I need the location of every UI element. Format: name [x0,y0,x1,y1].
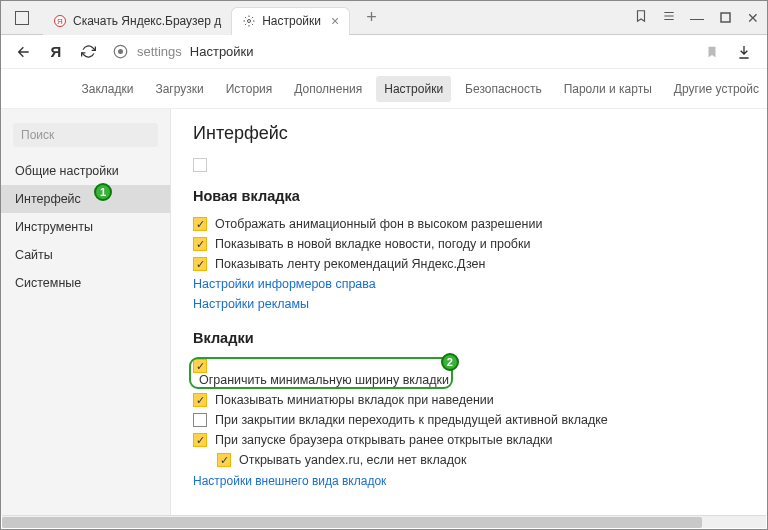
option-label: При закрытии вкладки переходить к предыд… [215,413,608,427]
panel-toggle-icon[interactable] [15,11,29,25]
scrollbar-thumb[interactable] [2,517,702,528]
checkbox[interactable]: ✓ [217,453,231,467]
cutoff-link[interactable]: Настройки внешнего вида вкладок [193,470,745,488]
checkbox[interactable]: ✓ [193,237,207,251]
titlebar: Я Скачать Яндекс.Браузер д Настройки × +… [1,1,767,35]
site-info-icon[interactable] [111,43,129,61]
nav-settings[interactable]: Настройки [376,76,451,102]
svg-point-2 [248,20,251,23]
gear-favicon-icon [242,14,256,28]
download-icon[interactable] [735,43,753,61]
option-label: Показывать ленту рекомендаций Яндекс.Дзе… [215,257,485,271]
nav-devices[interactable]: Другие устройс [666,76,767,102]
option-label: Отображать анимационный фон в высоком ра… [215,217,542,231]
minimize-button[interactable]: — [683,10,711,26]
option-row-indent: ✓Открывать yandex.ru, если нет вкладок [217,450,745,470]
option-label: Открывать yandex.ru, если нет вкладок [239,453,466,467]
option-row-highlighted: ✓ Ограничить минимальную ширину вкладки … [193,356,745,390]
close-window-button[interactable]: ✕ [739,10,767,26]
sidebar-item-general[interactable]: Общие настройки [1,157,170,185]
menu-icon[interactable] [655,9,683,26]
section-tabs-title: Вкладки [193,330,745,346]
nav-history[interactable]: История [218,76,281,102]
close-tab-icon[interactable]: × [331,13,339,29]
checkbox[interactable]: ✓ [193,257,207,271]
option-label: Показывать в новой вкладке новости, пого… [215,237,530,251]
new-tab-button[interactable]: + [360,7,383,28]
page-title: Интерфейс [193,123,745,144]
svg-rect-3 [721,13,730,22]
cutoff-top-row [193,158,745,172]
address-bar[interactable]: settings Настройки [111,43,689,61]
sidebar-item-label: Интерфейс [15,192,81,206]
content: Поиск Общие настройки Интерфейс 1 Инстру… [1,109,767,515]
option-label: При запуске браузера открывать ранее отк… [215,433,552,447]
checkbox-icon [193,158,207,172]
toolbar: Я settings Настройки [1,35,767,69]
maximize-button[interactable] [711,10,739,26]
sidebar-item-sites[interactable]: Сайты [1,241,170,269]
link-informers[interactable]: Настройки информеров справа [193,274,745,294]
address-url: settings [137,44,182,59]
option-row: ✓Показывать миниатюры вкладок при наведе… [193,390,745,410]
bookmark-icon[interactable] [703,43,721,61]
option-row: ✓Показывать ленту рекомендаций Яндекс.Дз… [193,254,745,274]
sidebar-item-system[interactable]: Системные [1,269,170,297]
checkbox[interactable]: ✓ [193,413,207,427]
checkbox[interactable]: ✓ [193,433,207,447]
link-ads[interactable]: Настройки рекламы [193,294,745,314]
nav-bookmarks[interactable]: Закладки [73,76,141,102]
svg-text:Я: Я [57,17,63,26]
tab-inactive[interactable]: Я Скачать Яндекс.Браузер д [43,7,231,35]
checkbox[interactable]: ✓ [193,359,207,373]
option-row: ✓При запуске браузера открывать ранее от… [193,430,745,450]
annotation-badge-1: 1 [94,183,112,201]
tab-label: Настройки [262,14,321,28]
sidebar-item-tools[interactable]: Инструменты [1,213,170,241]
option-label: Показывать миниатюры вкладок при наведен… [215,393,494,407]
tab-active[interactable]: Настройки × [231,7,350,35]
yandex-home-icon[interactable]: Я [47,43,65,61]
svg-point-5 [118,50,122,54]
sidebar-item-interface[interactable]: Интерфейс 1 [1,185,170,213]
nav-security[interactable]: Безопасность [457,76,550,102]
option-label: Ограничить минимальную ширину вкладки [199,373,449,387]
nav-addons[interactable]: Дополнения [286,76,370,102]
tab-label: Скачать Яндекс.Браузер д [73,14,221,28]
back-button[interactable] [15,43,33,61]
sidebar-search[interactable]: Поиск [13,123,158,147]
section-newtab-title: Новая вкладка [193,188,745,204]
option-row: ✓Показывать в новой вкладке новости, пог… [193,234,745,254]
horizontal-scrollbar[interactable] [2,515,766,528]
settings-nav: Закладки Загрузки История Дополнения Нас… [1,69,767,109]
annotation-badge-2: 2 [441,353,459,371]
nav-downloads[interactable]: Загрузки [147,76,211,102]
bookmark-flag-icon[interactable] [627,9,655,26]
checkbox[interactable]: ✓ [193,217,207,231]
option-row: ✓При закрытии вкладки переходить к преды… [193,410,745,430]
main-panel: Интерфейс Новая вкладка ✓Отображать аним… [171,109,767,515]
yandex-favicon-icon: Я [53,14,67,28]
reload-button[interactable] [79,43,97,61]
nav-passwords[interactable]: Пароли и карты [556,76,660,102]
address-title: Настройки [190,44,254,59]
sidebar: Поиск Общие настройки Интерфейс 1 Инстру… [1,109,171,515]
option-row: ✓Отображать анимационный фон в высоком р… [193,214,745,234]
checkbox[interactable]: ✓ [193,393,207,407]
